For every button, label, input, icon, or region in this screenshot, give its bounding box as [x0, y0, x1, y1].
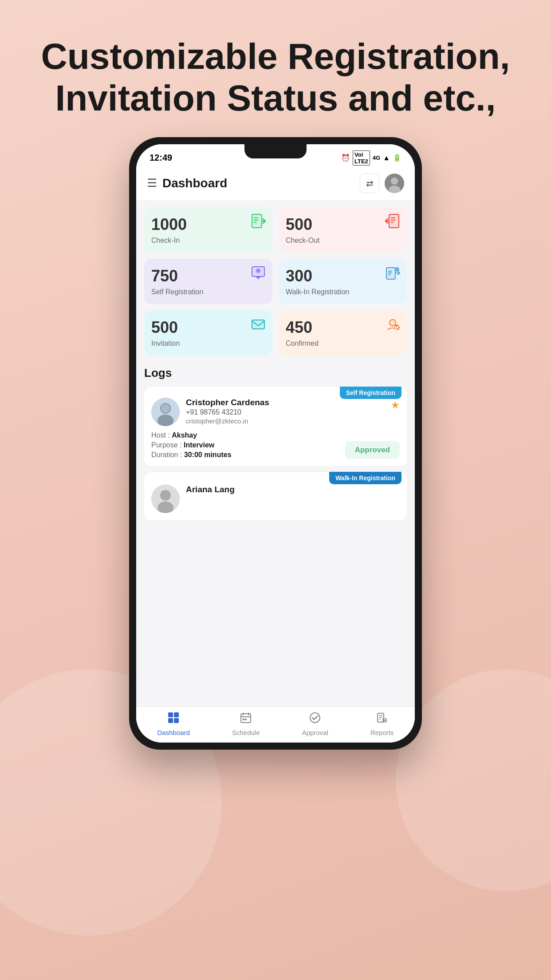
stat-card-selfreg[interactable]: 750 Self Registration [144, 259, 272, 304]
walkin-label: Walk-In Registration [286, 288, 400, 296]
alarm-icon: ⏰ [341, 154, 350, 162]
approved-button[interactable]: Approved [345, 441, 400, 459]
bottom-nav: Dashboard Schedule [136, 707, 415, 743]
phone-frame: 12:49 ⏰ VolLTE2 4G ▲ 🔋 ☰ Dashboard ⇄ [129, 137, 422, 750]
stat-card-walkin[interactable]: 300 Walk-In Registration [279, 259, 407, 304]
duration-value: 30:00 minutes [184, 451, 232, 458]
dashboard-nav-label: Dashboard [157, 729, 190, 736]
nav-schedule[interactable]: Schedule [232, 711, 260, 736]
log-card-ariana[interactable]: Walk-In Registration Ariana Lang [144, 472, 407, 520]
host-value: Akshay [172, 431, 197, 439]
stat-card-checkin[interactable]: 1000 Check-In [144, 207, 272, 253]
phone-screen: 12:49 ⏰ VolLTE2 4G ▲ 🔋 ☰ Dashboard ⇄ [136, 144, 415, 743]
selfreg-number: 750 [151, 267, 265, 285]
header-title: Dashboard [162, 176, 227, 190]
svg-rect-42 [174, 718, 179, 723]
selfreg-icon [250, 265, 266, 285]
log-badge-walkin: Walk-In Registration [329, 472, 401, 484]
stat-card-invitation[interactable]: 500 Invitation [144, 310, 272, 356]
log-person-ariana: Ariana Lang [151, 485, 400, 513]
checkout-label: Check-Out [286, 237, 400, 245]
invitation-number: 500 [151, 318, 265, 337]
logs-title: Logs [144, 366, 407, 380]
confirmed-icon [385, 316, 401, 336]
svg-rect-47 [243, 719, 244, 720]
avatar-image [385, 174, 404, 193]
host-row: Host : Akshay [151, 431, 232, 439]
invitation-label: Invitation [151, 340, 265, 348]
svg-rect-43 [241, 714, 251, 723]
headline-section: Customizable Registration, Invitation St… [41, 36, 510, 119]
svg-rect-3 [252, 214, 262, 228]
svg-rect-27 [252, 320, 264, 329]
vol-icon: VolLTE2 [353, 150, 370, 166]
cristopher-star[interactable]: ★ [391, 399, 400, 411]
schedule-nav-label: Schedule [232, 729, 260, 736]
cristopher-email: cristopher@zkteco.in [186, 417, 385, 425]
log-details-cristopher: Host : Akshay Purpose : Interview Durati… [151, 431, 400, 459]
transfer-button[interactable]: ⇄ [360, 174, 379, 193]
user-avatar[interactable] [385, 174, 404, 193]
main-content: 1000 Check-In [136, 200, 415, 707]
svg-rect-48 [245, 719, 247, 720]
confirmed-label: Confirmed [286, 340, 400, 348]
svg-rect-40 [174, 712, 179, 717]
app-header: ☰ Dashboard ⇄ [136, 169, 415, 200]
log-card-cristopher[interactable]: Self Registration Cristopher Cardenas +9… [144, 387, 407, 466]
signal-icon: ▲ [383, 154, 390, 162]
transfer-icon: ⇄ [366, 178, 374, 189]
status-icons: ⏰ VolLTE2 4G ▲ 🔋 [341, 150, 401, 166]
reports-nav-icon [376, 711, 388, 727]
purpose-row: Purpose : Interview [151, 441, 232, 449]
svg-rect-39 [168, 712, 173, 717]
cristopher-phone: +91 98765 43210 [186, 408, 385, 416]
log-badge-self: Self Registration [340, 387, 401, 399]
svg-point-49 [310, 713, 320, 723]
svg-point-37 [160, 490, 171, 501]
stat-card-confirmed[interactable]: 450 Confirmed [279, 310, 407, 356]
ariana-avatar [151, 485, 180, 513]
svg-rect-9 [389, 214, 399, 228]
walkin-icon [385, 265, 401, 285]
nav-dashboard[interactable]: Dashboard [157, 711, 190, 736]
bg-decoration-dots [22, 758, 200, 936]
svg-rect-41 [168, 718, 173, 723]
battery-icon: 🔋 [393, 154, 401, 162]
header-left: ☰ Dashboard [147, 176, 227, 190]
ariana-name: Ariana Lang [186, 485, 400, 494]
svg-point-17 [256, 269, 260, 273]
schedule-nav-icon [240, 711, 252, 727]
purpose-value: Interview [184, 441, 214, 449]
checkout-number: 500 [286, 215, 400, 234]
selfreg-label: Self Registration [151, 288, 265, 296]
nav-reports[interactable]: Reports [370, 711, 394, 736]
walkin-number: 300 [286, 267, 400, 285]
invitation-icon [250, 316, 266, 336]
stats-grid: 1000 Check-In [144, 207, 407, 356]
svg-point-35 [161, 404, 170, 413]
stat-card-checkout[interactable]: 500 Check-Out [279, 207, 407, 253]
checkin-label: Check-In [151, 237, 265, 245]
reports-nav-label: Reports [370, 729, 394, 736]
status-time: 12:49 [150, 153, 172, 163]
ariana-info: Ariana Lang [186, 485, 400, 494]
checkout-icon [385, 213, 401, 233]
menu-icon[interactable]: ☰ [147, 176, 157, 190]
approval-nav-icon [309, 711, 321, 727]
log-person-cristopher: Cristopher Cardenas +91 98765 43210 cris… [151, 398, 400, 426]
header-right: ⇄ [360, 174, 404, 193]
phone-notch [244, 144, 307, 158]
duration-row: Duration : 30:00 minutes [151, 451, 232, 459]
dashboard-nav-icon [167, 711, 180, 727]
checkin-icon [250, 213, 266, 233]
svg-point-1 [391, 178, 398, 185]
cristopher-info: Cristopher Cardenas +91 98765 43210 cris… [186, 398, 385, 425]
cristopher-meta: Host : Akshay Purpose : Interview Durati… [151, 431, 232, 459]
nav-approval[interactable]: Approval [302, 711, 328, 736]
approval-nav-label: Approval [302, 729, 328, 736]
checkin-number: 1000 [151, 215, 265, 234]
cristopher-avatar [151, 398, 180, 426]
svg-point-22 [395, 267, 399, 272]
headline-text: Customizable Registration, Invitation St… [41, 36, 510, 119]
4g-icon: 4G [373, 154, 380, 161]
